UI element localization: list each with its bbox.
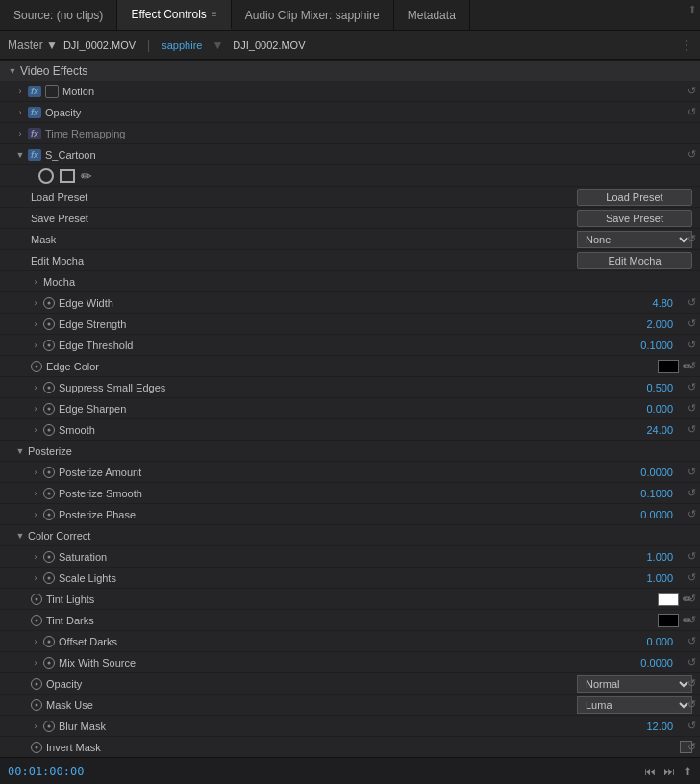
tab-audio-clip-mixer[interactable]: Audio Clip Mixer: sapphire	[232, 0, 394, 30]
edge-sharpen-stopwatch[interactable]	[43, 403, 55, 415]
saturation-chevron[interactable]: ›	[31, 552, 40, 562]
posterize-phase-value[interactable]: 0.0000	[640, 509, 673, 520]
saturation-stopwatch[interactable]	[43, 551, 55, 563]
suppress-value[interactable]: 0.500	[646, 382, 673, 393]
posterize-smooth-chevron[interactable]: ›	[31, 489, 40, 498]
ellipse-icon[interactable]	[38, 168, 54, 184]
mix-with-source-chevron[interactable]: ›	[31, 658, 40, 668]
invert-mask-reset[interactable]: ↺	[688, 741, 696, 753]
edge-threshold-reset[interactable]: ↺	[688, 339, 696, 351]
transport-step-back[interactable]: ⏮	[644, 765, 656, 778]
blend-mode-select[interactable]: Normal Dissolve Darken Multiply	[577, 675, 692, 693]
posterize-smooth-stopwatch[interactable]	[43, 488, 55, 499]
s-cartoon-chevron[interactable]: ▼	[15, 150, 25, 160]
tint-darks-reset[interactable]: ↺	[688, 614, 696, 626]
smooth-value[interactable]: 24.00	[646, 424, 673, 436]
edge-width-reset[interactable]: ↺	[688, 296, 696, 309]
blur-mask-reset[interactable]: ↺	[688, 720, 696, 732]
edge-strength-value[interactable]: 2.000	[646, 318, 673, 330]
edge-color-stopwatch[interactable]	[31, 361, 42, 372]
edge-threshold-chevron[interactable]: ›	[31, 341, 40, 350]
panel-menu-icon[interactable]: ⋮	[681, 38, 692, 52]
tint-lights-swatch[interactable]	[658, 593, 679, 606]
scale-lights-reset[interactable]: ↺	[688, 571, 696, 584]
edge-width-value[interactable]: 4.80	[653, 297, 673, 309]
time-remapping-chevron[interactable]: ›	[15, 129, 25, 139]
suppress-reset[interactable]: ↺	[688, 381, 696, 393]
posterize-smooth-reset[interactable]: ↺	[688, 487, 696, 499]
load-preset-button[interactable]: Load Preset	[577, 189, 692, 206]
blend-opacity-reset[interactable]: ↺	[688, 677, 696, 690]
edge-width-stopwatch[interactable]	[43, 297, 55, 309]
rectangle-icon[interactable]	[60, 169, 75, 183]
blend-opacity-stopwatch[interactable]	[31, 678, 42, 690]
edge-sharpen-value[interactable]: 0.000	[646, 403, 673, 415]
transport-step-forward[interactable]: ⏭	[663, 765, 675, 778]
blur-mask-chevron[interactable]: ›	[31, 721, 40, 731]
saturation-value[interactable]: 1.000	[646, 551, 673, 563]
tab-metadata[interactable]: Metadata	[394, 0, 470, 30]
offset-darks-reset[interactable]: ↺	[688, 635, 696, 647]
blur-mask-value[interactable]: 12.00	[646, 721, 673, 732]
mask-reset[interactable]: ↺	[688, 233, 696, 245]
invert-mask-stopwatch[interactable]	[31, 742, 42, 753]
motion-chevron[interactable]: ›	[15, 87, 25, 96]
mask-use-select[interactable]: Luma Alpha None	[577, 696, 692, 714]
motion-reset[interactable]: ↺	[688, 85, 696, 97]
opacity-reset[interactable]: ↺	[688, 106, 696, 118]
edge-strength-chevron[interactable]: ›	[31, 319, 40, 329]
saturation-reset[interactable]: ↺	[688, 550, 696, 563]
smooth-chevron[interactable]: ›	[31, 425, 40, 435]
tab-source[interactable]: Source: (no clips)	[0, 0, 117, 30]
edge-sharpen-reset[interactable]: ↺	[688, 402, 696, 415]
posterize-amount-stopwatch[interactable]	[43, 467, 55, 478]
blur-mask-stopwatch[interactable]	[43, 721, 55, 732]
mix-with-source-value[interactable]: 0.0000	[640, 657, 673, 669]
edge-threshold-value[interactable]: 0.1000	[640, 340, 673, 351]
tint-lights-stopwatch[interactable]	[31, 594, 42, 605]
scale-lights-value[interactable]: 1.000	[646, 572, 673, 584]
tint-darks-swatch[interactable]	[658, 614, 679, 627]
posterize-amount-value[interactable]: 0.0000	[640, 467, 673, 478]
scale-lights-stopwatch[interactable]	[43, 572, 55, 584]
mocha-chevron[interactable]: ›	[31, 277, 40, 287]
edge-strength-reset[interactable]: ↺	[688, 317, 696, 330]
mix-with-source-stopwatch[interactable]	[43, 657, 55, 669]
edge-width-chevron[interactable]: ›	[31, 298, 40, 308]
opacity-chevron[interactable]: ›	[15, 108, 25, 117]
offset-darks-stopwatch[interactable]	[43, 636, 55, 647]
tab-effect-controls[interactable]: Effect Controls ≡	[117, 0, 231, 30]
posterize-smooth-value[interactable]: 0.1000	[640, 488, 673, 499]
offset-darks-chevron[interactable]: ›	[31, 637, 40, 646]
edge-sharpen-chevron[interactable]: ›	[31, 404, 40, 414]
offset-darks-value[interactable]: 0.000	[646, 636, 673, 647]
color-correct-chevron[interactable]: ▼	[15, 531, 25, 541]
suppress-chevron[interactable]: ›	[31, 383, 40, 392]
posterize-phase-chevron[interactable]: ›	[31, 510, 40, 519]
smooth-reset[interactable]: ↺	[688, 423, 696, 436]
scale-lights-chevron[interactable]: ›	[31, 573, 40, 583]
posterize-amount-reset[interactable]: ↺	[688, 466, 696, 478]
edge-color-reset[interactable]: ↺	[688, 360, 696, 372]
video-effects-chevron[interactable]: ▼	[8, 66, 17, 76]
edge-color-swatch[interactable]	[658, 360, 679, 373]
posterize-section-chevron[interactable]: ▼	[15, 446, 25, 456]
pen-icon[interactable]: ✏	[81, 168, 92, 184]
edge-threshold-stopwatch[interactable]	[43, 340, 55, 351]
posterize-phase-stopwatch[interactable]	[43, 509, 55, 520]
suppress-stopwatch[interactable]	[43, 382, 55, 393]
edge-strength-stopwatch[interactable]	[43, 318, 55, 330]
mix-with-source-reset[interactable]: ↺	[688, 656, 696, 669]
export-icon[interactable]: ⬆	[683, 765, 692, 778]
s-cartoon-reset[interactable]: ↺	[688, 148, 696, 161]
posterize-phase-reset[interactable]: ↺	[688, 508, 696, 520]
save-preset-button[interactable]: Save Preset	[577, 210, 692, 227]
tint-lights-reset[interactable]: ↺	[688, 593, 696, 605]
edit-mocha-button[interactable]: Edit Mocha	[577, 252, 692, 269]
mask-select[interactable]: None	[577, 231, 692, 248]
posterize-amount-chevron[interactable]: ›	[31, 468, 40, 477]
mask-use-stopwatch[interactable]	[31, 699, 42, 711]
tint-darks-stopwatch[interactable]	[31, 615, 42, 626]
mask-use-reset[interactable]: ↺	[688, 698, 696, 711]
smooth-stopwatch[interactable]	[43, 424, 55, 436]
